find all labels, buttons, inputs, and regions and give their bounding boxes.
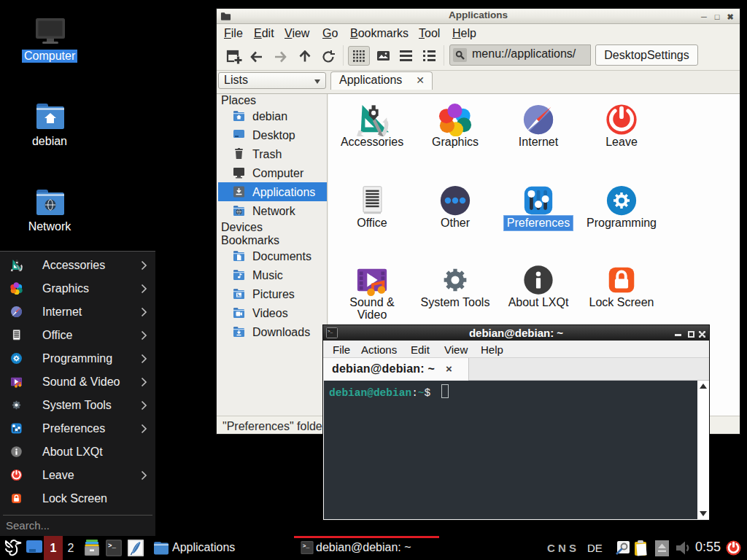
- svg-text:>_: >_: [303, 542, 310, 549]
- svg-text:>_: >_: [108, 542, 116, 550]
